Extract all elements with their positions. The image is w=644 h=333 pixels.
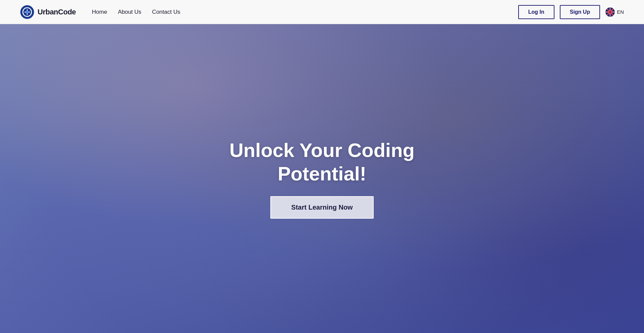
navbar: UrbanCode Home About Us Contact Us Log I… — [0, 0, 644, 24]
login-button[interactable]: Log In — [518, 5, 554, 19]
logo-text: UrbanCode — [38, 8, 76, 16]
hero-title-line2: Potential! — [278, 163, 366, 184]
nav-home[interactable]: Home — [92, 9, 107, 15]
hero-content: Unlock Your Coding Potential! Start Lear… — [229, 138, 415, 218]
logo-icon — [20, 5, 34, 19]
lang-code: EN — [617, 9, 624, 15]
start-learning-button[interactable]: Start Learning Now — [270, 196, 373, 219]
navbar-right: Log In Sign Up EN — [518, 5, 624, 19]
navbar-left: UrbanCode Home About Us Contact Us — [20, 5, 180, 19]
signup-button[interactable]: Sign Up — [560, 5, 600, 19]
nav-about[interactable]: About Us — [118, 9, 141, 15]
svg-point-2 — [26, 11, 29, 13]
nav-links: Home About Us Contact Us — [92, 9, 180, 15]
logo[interactable]: UrbanCode — [20, 5, 76, 19]
language-selector[interactable]: EN — [605, 7, 624, 17]
flag-icon — [605, 7, 615, 17]
nav-contact[interactable]: Contact Us — [152, 9, 180, 15]
hero-section: Unlock Your Coding Potential! Start Lear… — [0, 24, 644, 333]
hero-title: Unlock Your Coding Potential! — [229, 138, 415, 185]
hero-title-line1: Unlock Your Coding — [229, 139, 415, 161]
